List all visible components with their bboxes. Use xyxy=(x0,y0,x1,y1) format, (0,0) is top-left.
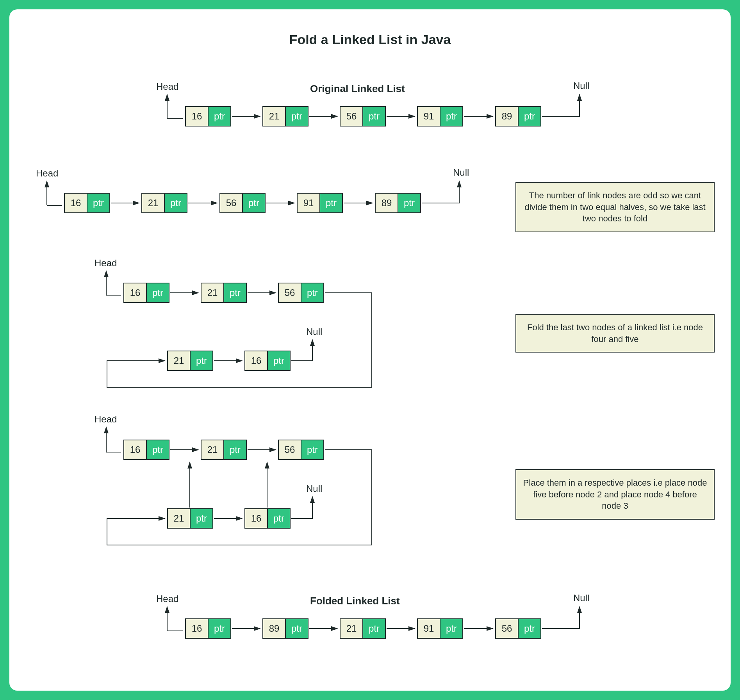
null-label: Null xyxy=(306,483,322,494)
node-ptr: ptr xyxy=(519,107,540,126)
node-value: 21 xyxy=(201,440,224,459)
subtitle-original: Original Linked List xyxy=(310,83,405,95)
node-ptr: ptr xyxy=(286,619,308,638)
list-node: 21ptr xyxy=(262,106,308,126)
node-value: 21 xyxy=(341,619,363,638)
node-value: 21 xyxy=(168,509,191,528)
node-ptr: ptr xyxy=(209,619,230,638)
list-node: 89ptr xyxy=(375,193,421,213)
head-label: Head xyxy=(95,414,117,425)
node-value: 56 xyxy=(341,107,363,126)
list-node: 16ptr xyxy=(244,351,291,371)
node-ptr: ptr xyxy=(398,194,420,212)
node-ptr: ptr xyxy=(224,283,246,302)
node-value: 16 xyxy=(186,619,209,638)
node-ptr: ptr xyxy=(87,194,109,212)
head-label: Head xyxy=(156,593,178,604)
node-value: 21 xyxy=(142,194,165,212)
node-ptr: ptr xyxy=(320,194,342,212)
list-node: 21ptr xyxy=(201,440,247,460)
null-label: Null xyxy=(573,593,589,604)
node-ptr: ptr xyxy=(519,619,540,638)
node-value: 16 xyxy=(245,509,268,528)
node-ptr: ptr xyxy=(363,107,385,126)
list-node: 91ptr xyxy=(417,618,463,639)
list-node: 21ptr xyxy=(141,193,187,213)
node-value: 56 xyxy=(496,619,519,638)
list-node: 89ptr xyxy=(495,106,541,126)
list-node: 16ptr xyxy=(64,193,110,213)
node-ptr: ptr xyxy=(286,107,308,126)
list-node: 56ptr xyxy=(278,440,324,460)
explain-step3: Place them in a respective places i.e pl… xyxy=(515,469,715,520)
node-value: 56 xyxy=(279,440,301,459)
list-node: 16ptr xyxy=(185,618,231,639)
node-value: 16 xyxy=(124,440,147,459)
list-node: 21ptr xyxy=(167,351,213,371)
node-ptr: ptr xyxy=(440,619,462,638)
list-node: 56ptr xyxy=(278,283,324,303)
null-label: Null xyxy=(453,167,469,178)
node-value: 16 xyxy=(245,351,268,370)
node-ptr: ptr xyxy=(209,107,230,126)
diagram-canvas: Fold a Linked List in Java Original Link… xyxy=(9,9,731,691)
list-node: 91ptr xyxy=(297,193,343,213)
node-value: 91 xyxy=(418,107,440,126)
list-node: 16ptr xyxy=(123,440,169,460)
null-label: Null xyxy=(573,80,589,91)
list-node: 16ptr xyxy=(123,283,169,303)
list-node: 56ptr xyxy=(219,193,266,213)
node-ptr: ptr xyxy=(268,509,290,528)
node-ptr: ptr xyxy=(224,440,246,459)
subtitle-folded: Folded Linked List xyxy=(310,595,400,607)
list-node: 56ptr xyxy=(495,618,541,639)
page-title: Fold a Linked List in Java xyxy=(289,32,451,47)
node-value: 89 xyxy=(263,619,286,638)
list-node: 16ptr xyxy=(185,106,231,126)
node-ptr: ptr xyxy=(165,194,187,212)
node-value: 16 xyxy=(186,107,209,126)
node-value: 16 xyxy=(124,283,147,302)
head-label: Head xyxy=(95,258,117,269)
explain-step2: Fold the last two nodes of a linked list… xyxy=(515,314,715,353)
list-node: 56ptr xyxy=(340,106,386,126)
node-value: 21 xyxy=(201,283,224,302)
node-value: 91 xyxy=(298,194,320,212)
node-value: 56 xyxy=(279,283,301,302)
list-node: 21ptr xyxy=(340,618,386,639)
node-ptr: ptr xyxy=(440,107,462,126)
node-value: 89 xyxy=(376,194,398,212)
node-value: 56 xyxy=(220,194,243,212)
head-label: Head xyxy=(36,168,58,179)
node-ptr: ptr xyxy=(268,351,290,370)
node-value: 16 xyxy=(65,194,87,212)
node-ptr: ptr xyxy=(191,351,212,370)
null-label: Null xyxy=(306,326,322,337)
node-value: 21 xyxy=(263,107,286,126)
node-ptr: ptr xyxy=(191,509,212,528)
head-label: Head xyxy=(156,81,178,92)
node-value: 21 xyxy=(168,351,191,370)
list-node: 21ptr xyxy=(201,283,247,303)
node-ptr: ptr xyxy=(363,619,385,638)
node-ptr: ptr xyxy=(243,194,265,212)
list-node: 21ptr xyxy=(167,508,213,529)
node-ptr: ptr xyxy=(301,440,323,459)
node-ptr: ptr xyxy=(147,440,169,459)
explain-step1: The number of link nodes are odd so we c… xyxy=(515,182,715,232)
list-node: 89ptr xyxy=(262,618,308,639)
node-value: 91 xyxy=(418,619,440,638)
node-value: 89 xyxy=(496,107,519,126)
list-node: 16ptr xyxy=(244,508,291,529)
node-ptr: ptr xyxy=(301,283,323,302)
list-node: 91ptr xyxy=(417,106,463,126)
node-ptr: ptr xyxy=(147,283,169,302)
